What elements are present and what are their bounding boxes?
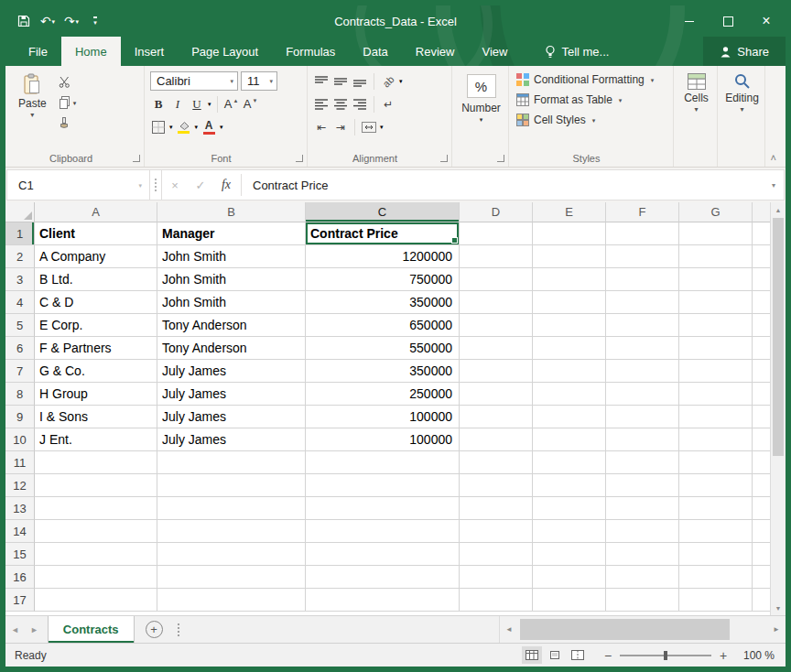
cell-A6[interactable]: F & Partners <box>35 337 157 360</box>
vertical-scroll-thumb[interactable] <box>773 218 784 456</box>
row-header-15[interactable]: 15 <box>5 543 35 566</box>
decrease-indent-button[interactable]: ⇤ <box>313 117 330 136</box>
increase-font-size-button[interactable]: A▲ <box>223 94 240 114</box>
cell-E15[interactable] <box>533 543 606 566</box>
cell-D1[interactable] <box>460 222 533 245</box>
row-header-11[interactable]: 11 <box>5 451 35 474</box>
vertical-scrollbar[interactable]: ▲ ▼ <box>770 202 786 615</box>
cell-C16[interactable] <box>306 566 460 589</box>
cell-G3[interactable] <box>679 268 753 291</box>
paste-button[interactable]: Paste ▾ <box>13 70 52 132</box>
cell-D11[interactable] <box>460 451 533 474</box>
cell-C5[interactable]: 650000 <box>306 314 460 337</box>
cell-C8[interactable]: 250000 <box>306 383 460 406</box>
cell-F15[interactable] <box>606 543 679 566</box>
cell-E4[interactable] <box>533 291 606 314</box>
conditional-formatting-button[interactable]: Conditional Formatting ▾ <box>515 70 669 90</box>
cell-A7[interactable]: G & Co. <box>35 360 157 383</box>
wrap-text-button[interactable]: ↵ <box>380 94 396 114</box>
collapse-ribbon-button[interactable]: ˄ <box>771 152 776 163</box>
tab-formulas[interactable]: Formulas <box>272 37 349 66</box>
cell-G15[interactable] <box>679 543 753 566</box>
cell-A10[interactable]: J Ent. <box>35 428 157 451</box>
row-header-9[interactable]: 9 <box>5 406 35 428</box>
enter-button[interactable]: ✓ <box>188 170 213 200</box>
cell-E11[interactable] <box>533 451 606 474</box>
cell-A14[interactable] <box>35 520 157 543</box>
zoom-slider[interactable] <box>620 655 711 656</box>
cell-B15[interactable] <box>157 543 306 566</box>
cell-G6[interactable] <box>679 337 753 360</box>
cell-D2[interactable] <box>460 245 533 268</box>
cell-C12[interactable] <box>306 474 460 497</box>
decrease-font-size-button[interactable]: A▼ <box>243 94 259 114</box>
horizontal-scroll-track[interactable] <box>518 616 767 643</box>
cell-F3[interactable] <box>606 268 679 291</box>
align-left-button[interactable] <box>313 94 330 114</box>
cell-A16[interactable] <box>35 566 157 589</box>
cell-A11[interactable] <box>35 451 157 474</box>
cell-B5[interactable]: Tony Anderson <box>157 314 306 337</box>
cell-E8[interactable] <box>533 383 606 406</box>
tab-page-layout[interactable]: Page Layout <box>178 37 272 66</box>
cell-C2[interactable]: 1200000 <box>306 245 460 268</box>
row-header-3[interactable]: 3 <box>5 268 35 291</box>
maximize-button[interactable] <box>709 5 747 37</box>
cell-D13[interactable] <box>460 497 533 520</box>
cells-button[interactable]: Cells ▾ <box>679 70 713 114</box>
page-layout-view-button[interactable] <box>545 646 565 664</box>
formula-bar-splitter[interactable] <box>150 170 162 200</box>
tab-file[interactable]: File <box>15 37 61 66</box>
cell-E5[interactable] <box>533 314 606 337</box>
formula-input[interactable]: Contract Price <box>244 170 764 200</box>
cell-F5[interactable] <box>606 314 679 337</box>
alignment-dialog-launcher[interactable] <box>440 155 448 162</box>
cell-G4[interactable] <box>679 291 753 314</box>
cell-G17[interactable] <box>679 589 753 612</box>
cell-B10[interactable]: July James <box>157 428 306 451</box>
horizontal-scrollbar[interactable]: ◄ ► <box>499 616 786 643</box>
cell-G8[interactable] <box>679 383 753 406</box>
minimize-button[interactable] <box>670 5 709 37</box>
zoom-out-button[interactable]: − <box>602 648 613 663</box>
cell-F13[interactable] <box>606 497 679 520</box>
zoom-level[interactable]: 100 % <box>734 649 786 662</box>
cell-D6[interactable] <box>460 337 533 360</box>
normal-view-button[interactable] <box>522 646 542 664</box>
cell-A8[interactable]: H Group <box>35 383 157 406</box>
cell-E7[interactable] <box>533 360 606 383</box>
merge-center-button[interactable] <box>361 117 377 136</box>
cell-E1[interactable] <box>533 222 606 245</box>
row-header-12[interactable]: 12 <box>5 474 35 497</box>
cell-D16[interactable] <box>460 566 533 589</box>
row-header-13[interactable]: 13 <box>5 497 35 520</box>
close-button[interactable]: × <box>747 5 786 37</box>
row-header-7[interactable]: 7 <box>5 360 35 383</box>
zoom-in-button[interactable]: + <box>718 648 729 663</box>
cell-E3[interactable] <box>533 268 606 291</box>
tab-review[interactable]: Review <box>402 37 469 66</box>
cell-E14[interactable] <box>533 520 606 543</box>
row-header-16[interactable]: 16 <box>5 566 35 589</box>
italic-button[interactable]: I <box>169 94 186 114</box>
cell-F14[interactable] <box>606 520 679 543</box>
vertical-scroll-track[interactable] <box>771 217 786 601</box>
cell-D15[interactable] <box>460 543 533 566</box>
column-header-A[interactable]: A <box>35 202 157 222</box>
orientation-button[interactable]: ab <box>380 71 396 91</box>
cell-G9[interactable] <box>679 406 753 428</box>
cell-D7[interactable] <box>460 360 533 383</box>
horizontal-scroll-thumb[interactable] <box>520 619 730 640</box>
cell-A1[interactable]: Client <box>35 222 157 245</box>
cell-E12[interactable] <box>533 474 606 497</box>
font-size-select[interactable]: 11▾ <box>241 71 277 91</box>
save-button[interactable] <box>13 9 35 33</box>
select-all-button[interactable] <box>5 202 35 222</box>
cell-F7[interactable] <box>606 360 679 383</box>
cell-D4[interactable] <box>460 291 533 314</box>
cell-F12[interactable] <box>606 474 679 497</box>
column-header-F[interactable]: F <box>606 202 679 222</box>
scroll-right-button[interactable]: ► <box>767 625 786 634</box>
cell-E17[interactable] <box>533 589 606 612</box>
cell-G1[interactable] <box>679 222 753 245</box>
